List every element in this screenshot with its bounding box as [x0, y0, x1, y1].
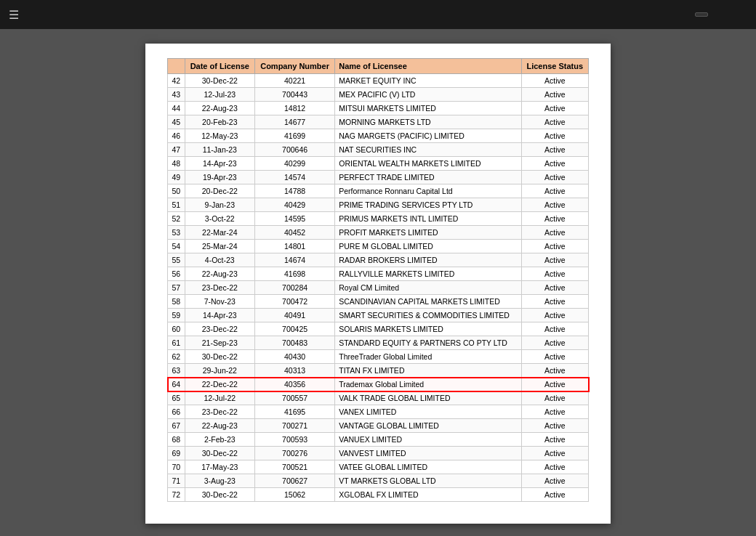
menu-icon[interactable]: ☰ [9, 8, 19, 22]
cell-name: SOLARIS MARKETS LIMITED [335, 322, 521, 336]
table-row: 6512-Jul-22700557VALK TRADE GLOBAL LIMIT… [168, 391, 589, 405]
cell-num: 46 [168, 129, 185, 143]
header-num [168, 59, 185, 74]
cell-status: Active [521, 309, 588, 322]
cell-status: Active [521, 198, 588, 212]
cell-status: Active [521, 267, 588, 281]
cell-date: 30-Dec-22 [185, 488, 254, 502]
cell-num: 43 [168, 88, 185, 102]
cell-company-num: 40313 [254, 364, 334, 378]
cell-date: 30-Dec-22 [185, 74, 254, 88]
fullscreen-button[interactable] [727, 13, 734, 16]
table-row: 7230-Dec-2215062XGLOBAL FX LIMITEDActive [168, 488, 589, 502]
cell-num: 57 [168, 281, 185, 295]
cell-name: PERFECT TRADE LIMITED [335, 171, 521, 184]
cell-name: RADAR BROKERS LIMITED [335, 253, 521, 267]
cell-name: NAT SECURITIES INC [335, 143, 521, 157]
cell-status: Active [521, 129, 588, 143]
table-row: 5322-Mar-2440452PROFIT MARKETS LIMITEDAc… [168, 226, 589, 240]
table-row: 5020-Dec-2214788Performance Ronnaru Capi… [168, 184, 589, 198]
cell-status: Active [521, 488, 588, 502]
cell-status: Active [521, 240, 588, 253]
cell-name: TITAN FX LIMITED [335, 364, 521, 378]
cell-company-num: 14674 [254, 253, 334, 267]
cell-num: 59 [168, 309, 185, 322]
cell-num: 70 [168, 460, 185, 474]
cell-status: Active [521, 364, 588, 378]
table-row: 4422-Aug-2314812MITSUI MARKETS LIMITEDAc… [168, 102, 589, 115]
cell-date: 12-May-23 [185, 129, 254, 143]
cell-date: 20-Dec-22 [185, 184, 254, 198]
cell-company-num: 41698 [254, 267, 334, 281]
cell-date: 21-Sep-23 [185, 336, 254, 350]
cell-num: 45 [168, 115, 185, 129]
cell-num: 72 [168, 488, 185, 502]
cell-num: 71 [168, 474, 185, 488]
cell-date: 14-Apr-23 [185, 157, 254, 171]
cell-name: NAG MARGETS (PACIFIC) LIMITED [335, 129, 521, 143]
cell-num: 52 [168, 212, 185, 226]
cell-name: VALK TRADE GLOBAL LIMITED [335, 391, 521, 405]
cell-company-num: 40452 [254, 226, 334, 240]
cell-num: 53 [168, 226, 185, 240]
cell-company-num: 14801 [254, 240, 334, 253]
cell-status: Active [521, 378, 588, 391]
cell-date: 23-Dec-22 [185, 322, 254, 336]
table-row: 523-Oct-2214595PRIMUS MARKETS INTL LIMIT… [168, 212, 589, 226]
cell-num: 47 [168, 143, 185, 157]
zoom-level [695, 12, 708, 17]
cell-name: MARKET EQUITY INC [335, 74, 521, 88]
cell-status: Active [521, 405, 588, 419]
cell-num: 56 [168, 267, 185, 281]
table-row: 6329-Jun-2240313TITAN FX LIMITEDActive [168, 364, 589, 378]
pdf-viewer-area: ⚙ KnowFX Date of License Company Number … [0, 29, 756, 536]
table-row: 5914-Apr-2340491SMART SECURITIES & COMMO… [168, 309, 589, 322]
cell-num: 44 [168, 102, 185, 115]
topbar: ☰ [0, 0, 756, 29]
cell-name: VANEX LIMITED [335, 405, 521, 419]
cell-date: 22-Dec-22 [185, 378, 254, 391]
table-row: 7017-May-23700521VATEE GLOBAL LIMITEDAct… [168, 460, 589, 474]
cell-num: 54 [168, 240, 185, 253]
cell-name: Performance Ronnaru Capital Ltd [335, 184, 521, 198]
table-row: 6023-Dec-22700425SOLARIS MARKETS LIMITED… [168, 322, 589, 336]
cell-name: PRIMUS MARKETS INTL LIMITED [335, 212, 521, 226]
cell-num: 61 [168, 336, 185, 350]
cell-company-num: 700593 [254, 433, 334, 447]
cell-date: 19-Apr-23 [185, 171, 254, 184]
cell-date: 30-Dec-22 [185, 447, 254, 460]
table-row: 4312-Jul-23700443MEX PACIFIC (V) LTDActi… [168, 88, 589, 102]
cell-status: Active [521, 433, 588, 447]
cell-status: Active [521, 143, 588, 157]
cell-num: 68 [168, 433, 185, 447]
cell-date: 14-Apr-23 [185, 309, 254, 322]
zoom-out-button[interactable] [682, 13, 689, 16]
cell-company-num: 700646 [254, 143, 334, 157]
cell-name: PRIME TRADING SERVICES PTY LTD [335, 198, 521, 212]
table-row: 6422-Dec-2240356Trademax Global LimitedA… [168, 378, 589, 391]
cell-status: Active [521, 322, 588, 336]
cell-name: VANTAGE GLOBAL LIMITED [335, 419, 521, 433]
cell-date: 9-Jan-23 [185, 198, 254, 212]
cell-name: SCANDINAVIAN CAPITAL MARKETS LIMITED [335, 295, 521, 309]
cell-num: 42 [168, 74, 185, 88]
cell-company-num: 700443 [254, 88, 334, 102]
cell-num: 58 [168, 295, 185, 309]
cell-status: Active [521, 336, 588, 350]
cell-status: Active [521, 460, 588, 474]
table-row: 4814-Apr-2340299ORIENTAL WEALTH MARKETS … [168, 157, 589, 171]
cell-date: 22-Aug-23 [185, 102, 254, 115]
table-row: 6623-Dec-2241695VANEX LIMITEDActive [168, 405, 589, 419]
cell-name: VANUEX LIMITED [335, 433, 521, 447]
cell-company-num: 700276 [254, 447, 334, 460]
cell-name: PROFIT MARKETS LIMITED [335, 226, 521, 240]
cell-company-num: 14788 [254, 184, 334, 198]
cell-company-num: 41699 [254, 129, 334, 143]
cell-status: Active [521, 447, 588, 460]
cell-status: Active [521, 74, 588, 88]
cell-status: Active [521, 295, 588, 309]
rotate-button[interactable] [740, 13, 747, 16]
zoom-in-button[interactable] [714, 13, 721, 16]
cell-date: 22-Aug-23 [185, 267, 254, 281]
cell-name: MEX PACIFIC (V) LTD [335, 88, 521, 102]
